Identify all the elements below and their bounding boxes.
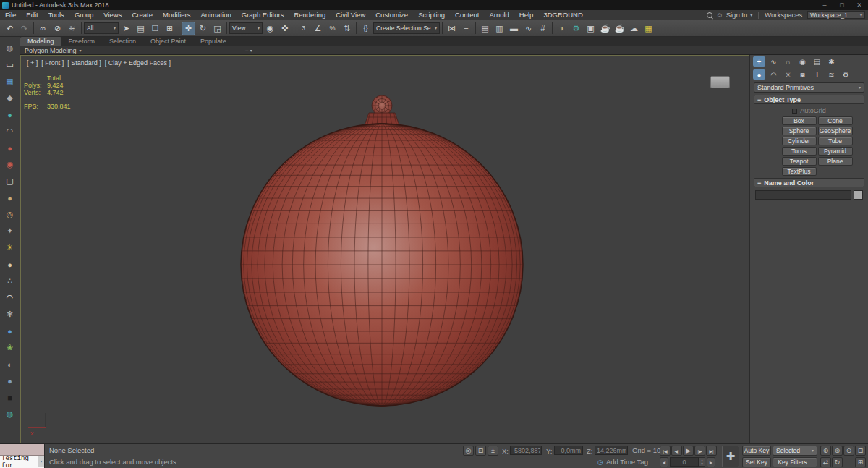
auto-key-button[interactable]: Auto Key — [742, 446, 771, 456]
systems-category-icon[interactable]: ⚙ — [840, 69, 852, 80]
key-mode-dropdown[interactable]: Selected ▾ — [773, 446, 817, 456]
ribbon-tab-object-paint[interactable]: Object Paint — [143, 37, 193, 46]
select-and-link-icon[interactable]: ∞ — [36, 22, 50, 35]
spinner-snap-icon[interactable]: ⇅ — [340, 22, 354, 35]
zoom-region-icon[interactable]: ⊟ — [855, 446, 866, 456]
menu-content[interactable]: Content — [450, 10, 484, 20]
zoom-all-icon[interactable]: ⊛ — [832, 446, 843, 456]
render-production-icon[interactable]: ☕ — [598, 22, 612, 35]
left-tool-torus-icon[interactable]: ◎ — [2, 206, 18, 223]
left-tool-diamond-icon[interactable]: ◆ — [2, 90, 18, 106]
cylinder-button[interactable]: Cylinder — [782, 137, 817, 145]
frame-spinner[interactable]: ▴▾ — [699, 457, 705, 467]
torus-button[interactable]: Torus — [782, 147, 817, 156]
listener-scroll-icon[interactable]: ▾ — [38, 456, 44, 467]
autogrid-checkbox[interactable] — [792, 109, 797, 114]
left-tool-arc-icon[interactable]: ◠ — [2, 123, 18, 140]
front-viewport[interactable]: x [ + ] [ Front ] [ Standard ] [ Clay + … — [20, 55, 749, 443]
left-tool-box-icon[interactable]: ▭ — [2, 56, 18, 73]
listener-script-line[interactable]: Testing for ▾ — [0, 456, 44, 468]
pyramid-button[interactable]: Pyramid — [818, 147, 853, 156]
select-object-icon[interactable]: ➤ — [119, 22, 133, 35]
curve-editor-icon[interactable]: ∿ — [522, 22, 535, 35]
render-iterative-icon[interactable]: ☕ — [613, 22, 626, 35]
menu-civil-view[interactable]: Civil View — [331, 10, 370, 20]
left-tool-star-icon[interactable]: ✦ — [2, 223, 18, 239]
next-frame-button[interactable]: |▶ — [694, 446, 705, 456]
left-tool-beige-sphere-icon[interactable]: ● — [2, 256, 18, 273]
zoom-icon[interactable]: ⊕ — [820, 446, 831, 456]
left-tool-tan-sphere-icon[interactable]: ● — [2, 190, 18, 206]
ornament-sphere-wireframe[interactable] — [241, 95, 523, 406]
restore-button[interactable]: □ — [833, 0, 851, 10]
left-tool-flower-icon[interactable]: ❀ — [2, 339, 18, 356]
render-in-cloud-icon[interactable]: ☁ — [627, 22, 641, 35]
sign-in-button[interactable]: Sign In — [726, 11, 748, 19]
go-to-end-button[interactable]: ▶| — [706, 446, 717, 456]
set-keys-button[interactable]: ✚ — [722, 446, 739, 467]
key-filters-button[interactable]: Key Filters... — [773, 457, 817, 467]
minimize-button[interactable]: – — [816, 0, 833, 10]
redo-icon[interactable]: ↷ — [17, 22, 31, 35]
menu-3dground[interactable]: 3DGROUND — [538, 10, 587, 20]
current-frame-field[interactable] — [670, 457, 699, 467]
go-to-start-button[interactable]: |◀ — [660, 446, 671, 456]
left-tool-cyan-sphere-icon[interactable]: ◍ — [2, 406, 18, 422]
plane-button[interactable]: Plane — [818, 157, 853, 166]
left-tool-red-sphere-icon[interactable]: ● — [2, 140, 18, 156]
percent-snap-icon[interactable]: % — [326, 22, 339, 35]
mirror-icon[interactable]: ⋈ — [445, 22, 459, 35]
sphere-button[interactable]: Sphere — [782, 127, 817, 135]
select-and-rotate-icon[interactable]: ↻ — [196, 22, 210, 35]
object-color-swatch[interactable] — [854, 190, 863, 200]
ribbon-tab-freeform[interactable]: Freeform — [61, 37, 103, 46]
left-tool-target-icon[interactable]: ◉ — [2, 156, 18, 173]
polygon-modeling-subtab[interactable]: Polygon Modeling ▾ — [20, 47, 86, 54]
left-tool-scatter-icon[interactable]: ∴ — [2, 273, 18, 289]
shapes-category-icon[interactable]: ◠ — [767, 69, 780, 80]
left-tool-grid-icon[interactable]: ▦ — [2, 73, 18, 90]
absolute-offset-toggle-icon[interactable]: ± — [488, 446, 498, 456]
menu-help[interactable]: Help — [514, 10, 539, 20]
select-and-scale-icon[interactable]: ◲ — [210, 22, 224, 35]
name-color-rollout-header[interactable]: − Name and Color — [754, 178, 864, 187]
geosphere-button[interactable]: GeoSphere — [818, 127, 853, 135]
left-tool-teal-sphere-icon[interactable]: ● — [2, 106, 18, 123]
utilities-panel-tab-icon[interactable]: ✱ — [825, 56, 838, 67]
ribbon-options-button[interactable]: − ▾ — [245, 47, 252, 54]
menu-file[interactable]: File — [0, 10, 21, 20]
viewport-menu-pov[interactable]: [ Front ] — [41, 59, 64, 67]
menu-animation[interactable]: Animation — [196, 10, 237, 20]
left-tool-sun-light-icon[interactable]: ☀ — [2, 239, 18, 256]
schematic-view-icon[interactable]: # — [536, 22, 550, 35]
menu-create[interactable]: Create — [127, 10, 158, 20]
menu-modifiers[interactable]: Modifiers — [158, 10, 196, 20]
teapot-button[interactable]: Teapot — [782, 157, 817, 166]
create-panel-tab-icon[interactable]: + — [753, 56, 765, 67]
z-transform-field[interactable] — [595, 446, 628, 455]
viewport-menu-general[interactable]: [ + ] — [27, 59, 38, 67]
left-tool-asterisk-icon[interactable]: ✻ — [2, 306, 18, 323]
menu-views[interactable]: Views — [98, 10, 127, 20]
textplus-button[interactable]: TextPlus — [782, 167, 817, 176]
rendered-frame-window-icon[interactable]: ▣ — [584, 22, 597, 35]
selection-filter-dropdown[interactable]: All ▾ — [84, 22, 119, 34]
object-name-input[interactable] — [755, 190, 851, 200]
left-tool-blue-sphere-icon[interactable]: ● — [2, 323, 18, 339]
zoom-extents-icon[interactable]: ⊙ — [843, 446, 854, 456]
a360-gallery-icon[interactable]: ▦ — [642, 22, 655, 35]
toggle-layer-explorer-icon[interactable]: ▥ — [493, 22, 506, 35]
left-tool-steel-sphere-icon[interactable]: ● — [2, 373, 18, 389]
left-tool-square-icon[interactable]: ▢ — [2, 173, 18, 190]
viewport-menu-shading[interactable]: [ Clay + Edged Faces ] — [105, 59, 171, 67]
ribbon-tab-populate[interactable]: Populate — [193, 37, 234, 46]
angle-snap-icon[interactable]: ∠ — [311, 22, 325, 35]
maximize-viewport-toggle-icon[interactable]: ⊞ — [855, 457, 866, 467]
snaps-toggle-3d-icon[interactable]: 3 — [297, 22, 310, 35]
isolate-selection-icon[interactable]: ◎ — [463, 446, 474, 456]
box-button[interactable]: Box — [782, 116, 817, 125]
ribbon-tab-selection[interactable]: Selection — [102, 37, 143, 46]
orbit-icon[interactable]: ↻ — [832, 457, 843, 467]
primitives-category-dropdown[interactable]: Standard Primitives ▾ — [754, 82, 864, 93]
workspace-dropdown[interactable]: Workspace_1 ▾ — [807, 11, 865, 19]
